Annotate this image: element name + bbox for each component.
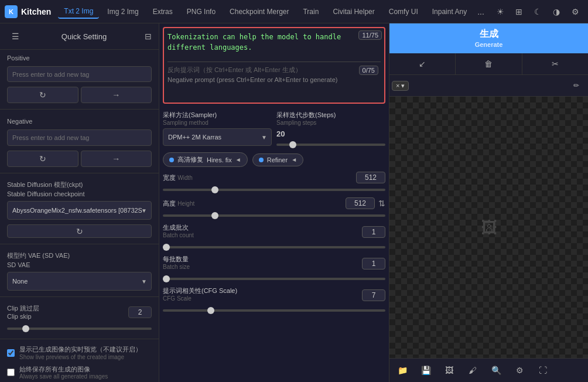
- trash-action-icon[interactable]: 🗑: [456, 53, 522, 74]
- model-refresh-btn[interactable]: ↻: [7, 224, 152, 238]
- center-panel: 11/75 Tokenization can help the model to…: [159, 23, 389, 382]
- model-section-label-en: Stable Diffusion checkpoint: [0, 190, 159, 199]
- steps-group: 采样迭代步数(Steps) Sampling steps 20: [276, 111, 385, 148]
- negative-section-label: Negative: [0, 113, 159, 127]
- height-row: 高度 Height 512 ⇅: [163, 197, 385, 219]
- height-slider[interactable]: [163, 214, 385, 217]
- tab-pnginfo[interactable]: PNG Info: [181, 5, 221, 18]
- positive-prompt-text[interactable]: Tokenization can help the model to handl…: [167, 32, 381, 58]
- cfg-slider[interactable]: [163, 309, 385, 312]
- hires-arrow-icon: ◄: [235, 156, 241, 163]
- bottom-toolbar: 📁 💾 🖼 🖌 🔍 ⚙ ⛶: [389, 358, 588, 382]
- sidebar-toggle-icon[interactable]: ☰: [7, 28, 23, 45]
- main-layout: ☰ Quick Setting ⊟ Positive ↻ → Negative …: [0, 23, 588, 382]
- negative-tag-input[interactable]: [7, 129, 152, 145]
- batch-size-slider[interactable]: [163, 278, 385, 280]
- generate-button[interactable]: 生成 Generate: [389, 23, 588, 53]
- sampler-select[interactable]: DPM++ 2M Karras: [163, 128, 272, 146]
- hires-dot: [169, 158, 174, 162]
- sidebar-pin-icon[interactable]: ⊟: [145, 32, 152, 41]
- positive-refresh-btn[interactable]: ↻: [7, 87, 78, 103]
- save-all-label-en: Always save all generated images: [19, 373, 108, 380]
- save-icon[interactable]: 💾: [415, 361, 436, 380]
- x-badge[interactable]: × ▾: [392, 81, 409, 91]
- brush-icon[interactable]: 🖌: [462, 361, 483, 380]
- show-live-checkbox[interactable]: [7, 349, 15, 357]
- tab-comfyui[interactable]: Comfy UI: [383, 5, 424, 18]
- cfg-value[interactable]: 7: [362, 289, 385, 301]
- save-all-checkbox-row: 始终保存所有生成的图像 Always save all generated im…: [0, 363, 159, 382]
- steps-label-cn: 采样迭代步数(Steps): [276, 111, 385, 120]
- positive-tag-input[interactable]: [7, 66, 152, 82]
- canvas-placeholder-icon: 🖼: [481, 218, 497, 237]
- height-label-cn: 高度: [163, 200, 176, 207]
- cfg-row: 提示词相关性(CFG Scale) CFG Scale 7: [163, 286, 385, 313]
- hires-toggle[interactable]: 高清修复 Hires. fix ◄: [163, 152, 248, 167]
- model-select[interactable]: AbyssOrangeMix2_nsfw.safetensors [08732S: [7, 201, 152, 220]
- sidebar-title: Quick Setting: [61, 32, 107, 41]
- cfg-label-cn: 提示词相关性(CFG Scale): [163, 286, 237, 295]
- zoom-icon[interactable]: 🔍: [486, 361, 507, 380]
- width-header: 宽度 Width 512: [163, 172, 385, 183]
- batch-size-value[interactable]: 1: [362, 258, 385, 270]
- scissors-action-icon[interactable]: ✂: [522, 53, 588, 74]
- tab-img2img[interactable]: Img 2 Img: [101, 5, 144, 18]
- dark-icon[interactable]: ◑: [548, 4, 565, 20]
- vae-select[interactable]: None: [7, 272, 152, 291]
- grid-icon[interactable]: ⊞: [511, 4, 527, 20]
- positive-forward-btn[interactable]: →: [81, 87, 152, 103]
- negative-refresh-btn[interactable]: ↻: [7, 151, 78, 167]
- batch-count-row: 生成批次 Batch count 1: [163, 223, 385, 250]
- folder-icon[interactable]: 📁: [392, 361, 413, 380]
- negative-counter: 0/75: [359, 66, 378, 75]
- hires-label-cn: 高清修复: [177, 155, 203, 164]
- hires-refiner-row: 高清修复 Hires. fix ◄ Refiner ◄: [163, 152, 385, 167]
- image-icon[interactable]: 🖼: [439, 361, 460, 380]
- width-label-en: Width: [177, 175, 193, 181]
- settings-icon[interactable]: ☀: [492, 4, 508, 20]
- height-label-en: Height: [177, 200, 194, 207]
- moon-icon[interactable]: ☾: [529, 4, 546, 20]
- tab-merger[interactable]: Checkpoint Merger: [224, 5, 295, 18]
- top-nav: K Kitchen Txt 2 Img Img 2 Img Extras PNG…: [0, 0, 588, 23]
- clip-value[interactable]: 2: [128, 306, 152, 318]
- clip-row: Clip 跳过层 Clip skip 2: [0, 301, 159, 323]
- width-slider[interactable]: [163, 189, 385, 191]
- neg-label-en: Negative prompt (press Ctrl+Enter or Alt…: [167, 76, 381, 99]
- edit-action-icon[interactable]: ✏: [567, 76, 586, 95]
- sampler-label-cn: 采样方法(Sampler): [163, 111, 272, 120]
- model-select-wrapper: AbyssOrangeMix2_nsfw.safetensors [08732S…: [7, 201, 152, 220]
- refiner-toggle[interactable]: Refiner ◄: [252, 154, 303, 166]
- width-label-cn: 宽度: [163, 174, 176, 181]
- settings-icon-bottom[interactable]: ⚙: [509, 361, 530, 380]
- app-logo: K Kitchen: [5, 5, 51, 18]
- refiner-label: Refiner: [267, 156, 288, 163]
- right-panel: 生成 Generate ↙ 🗑 ✂ × ▾ ✏ 🖼 📁 💾 🖼 🖌 🔍 ⚙: [389, 23, 588, 382]
- negative-forward-btn[interactable]: →: [81, 151, 152, 167]
- more-tabs[interactable]: ...: [475, 5, 487, 19]
- generate-label-en: Generate: [394, 40, 583, 49]
- show-live-label-en: Show live previews of the created image: [19, 354, 142, 360]
- resize-icon[interactable]: ⛶: [532, 361, 553, 380]
- gear-icon[interactable]: ⚙: [567, 4, 583, 20]
- batch-count-slider[interactable]: [163, 246, 385, 248]
- swap-dimensions-icon[interactable]: ⇅: [378, 199, 385, 208]
- width-value[interactable]: 512: [356, 172, 385, 183]
- tab-inpaint[interactable]: Inpaint Any: [426, 5, 473, 18]
- steps-slider[interactable]: [276, 144, 385, 146]
- tab-train[interactable]: Train: [297, 5, 324, 18]
- action-row-1: ↙ 🗑 ✂: [389, 53, 588, 75]
- height-value[interactable]: 512: [346, 197, 375, 209]
- steps-value: 20: [276, 128, 385, 139]
- tab-civitai[interactable]: Civitai Helper: [327, 5, 380, 18]
- tab-txt2img[interactable]: Txt 2 Img: [58, 5, 99, 19]
- tab-extras[interactable]: Extras: [147, 5, 179, 18]
- batch-count-value[interactable]: 1: [362, 226, 385, 238]
- save-all-checkbox[interactable]: [7, 369, 15, 376]
- batch-size-label-cn: 每批数量: [163, 255, 190, 264]
- clip-slider[interactable]: [7, 328, 152, 330]
- back-action-icon[interactable]: ↙: [389, 53, 456, 74]
- cfg-label-en: CFG Scale: [163, 295, 237, 302]
- save-all-label-cn: 始终保存所有生成的图像: [19, 365, 108, 373]
- positive-counter: 11/75: [358, 30, 382, 40]
